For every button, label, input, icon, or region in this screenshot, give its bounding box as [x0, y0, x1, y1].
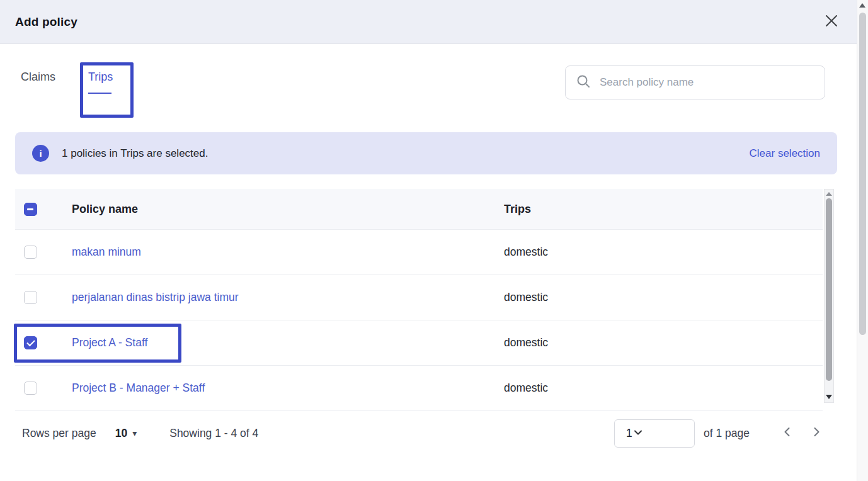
tab-claims[interactable]: Claims — [21, 71, 55, 103]
trips-value: domestic — [504, 336, 548, 349]
tab-trips[interactable]: Trips — [88, 71, 113, 103]
close-icon — [825, 14, 838, 30]
trips-value: domestic — [504, 291, 548, 303]
policy-name-link[interactable]: Project A - Staff — [72, 336, 147, 349]
row-checkbox[interactable] — [24, 382, 37, 395]
next-page-button[interactable] — [806, 422, 827, 444]
chevron-down-icon — [632, 427, 644, 441]
policy-table: Policy name Trips makan minum domestic p… — [15, 189, 823, 411]
table-scrollbar-thumb[interactable] — [826, 198, 832, 381]
page-select-dropdown[interactable]: 1 — [614, 419, 695, 448]
pagination-bar: Rows per page 10 ▾ Showing 1 - 4 of 4 1 … — [0, 419, 847, 449]
tab-claims-label: Claims — [21, 71, 55, 83]
search-input[interactable] — [600, 76, 814, 89]
table-header-row: Policy name Trips — [15, 189, 823, 230]
showing-text: Showing 1 - 4 of 4 — [169, 427, 258, 440]
page-select-value: 1 — [626, 427, 632, 440]
close-button[interactable] — [823, 13, 840, 31]
of-pages-text: of 1 page — [704, 419, 750, 448]
row-checkbox[interactable] — [24, 246, 37, 259]
clear-selection-link[interactable]: Clear selection — [750, 147, 820, 160]
selection-banner: i 1 policies in Trips are selected. Clea… — [15, 132, 837, 174]
info-icon: i — [32, 145, 49, 162]
scroll-up-icon[interactable] — [859, 3, 865, 8]
row-checkbox[interactable] — [24, 291, 37, 304]
rows-per-page-dropdown[interactable]: 10 ▾ — [115, 427, 137, 440]
add-policy-modal: Add policy Claims Trips i 1 policies in … — [0, 0, 868, 481]
rows-per-page-label: Rows per page — [22, 427, 96, 440]
chevron-left-icon — [781, 426, 794, 441]
tab-trips-label: Trips — [88, 71, 113, 83]
select-all-checkbox[interactable] — [24, 203, 37, 216]
table-row: makan minum domestic — [15, 230, 823, 275]
policy-name-link[interactable]: Project B - Manager + Staff — [72, 382, 205, 394]
search-box[interactable] — [565, 65, 825, 99]
window-scrollbar-thumb[interactable] — [859, 13, 866, 335]
table-scrollbar[interactable] — [824, 189, 834, 403]
trips-value: domestic — [504, 382, 548, 394]
tab-bar: Claims Trips — [21, 71, 113, 103]
rows-per-page-value: 10 — [115, 427, 127, 440]
chevron-right-icon — [810, 426, 823, 441]
caret-down-icon: ▾ — [132, 429, 137, 438]
modal-title: Add policy — [15, 15, 77, 29]
column-header-policy-name: Policy name — [72, 203, 504, 216]
policy-name-link[interactable]: perjalanan dinas bistrip jawa timur — [72, 291, 239, 303]
selection-banner-text: 1 policies in Trips are selected. — [62, 147, 208, 160]
table-row: Project B - Manager + Staff domestic — [15, 366, 823, 411]
trips-value: domestic — [504, 246, 548, 258]
table-row: Project A - Staff domestic — [15, 320, 823, 366]
column-header-trips: Trips — [504, 203, 823, 216]
table-row: perjalanan dinas bistrip jawa timur dome… — [15, 275, 823, 320]
tab-underline — [88, 93, 111, 94]
scroll-down-icon[interactable] — [826, 395, 832, 399]
modal-header: Add policy — [0, 0, 857, 44]
window-scrollbar[interactable] — [857, 0, 868, 481]
previous-page-button[interactable] — [777, 422, 798, 444]
row-checkbox[interactable] — [24, 336, 37, 349]
policy-name-link[interactable]: makan minum — [72, 246, 141, 258]
scroll-up-icon[interactable] — [826, 192, 832, 196]
search-icon — [576, 74, 600, 91]
